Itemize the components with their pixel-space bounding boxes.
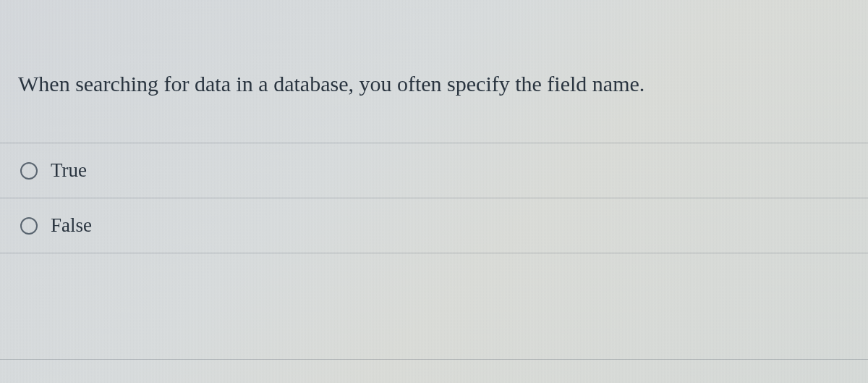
divider (0, 359, 868, 360)
option-false[interactable]: False (0, 198, 868, 253)
quiz-container: When searching for data in a database, y… (0, 0, 868, 253)
option-label: False (51, 214, 92, 237)
question-text: When searching for data in a database, y… (0, 0, 868, 143)
option-true[interactable]: True (0, 143, 868, 198)
option-label: True (51, 159, 87, 182)
options-list: True False (0, 143, 868, 253)
radio-icon (20, 217, 38, 235)
radio-icon (20, 162, 38, 180)
